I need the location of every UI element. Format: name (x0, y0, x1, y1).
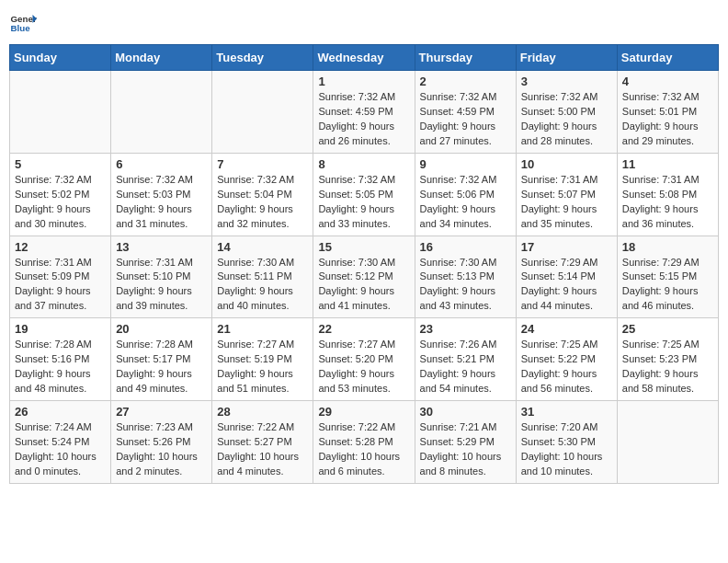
day-number: 15 (318, 240, 409, 254)
calendar-cell: 16Sunrise: 7:30 AM Sunset: 5:13 PM Dayli… (415, 236, 516, 318)
calendar-body: 1Sunrise: 7:32 AM Sunset: 4:59 PM Daylig… (10, 71, 719, 484)
day-info: Sunrise: 7:31 AM Sunset: 5:10 PM Dayligh… (116, 256, 207, 315)
weekday-header-row: SundayMondayTuesdayWednesdayThursdayFrid… (10, 45, 719, 71)
calendar-cell (111, 71, 212, 154)
day-number: 29 (318, 405, 409, 419)
weekday-header-thursday: Thursday (415, 45, 516, 71)
logo: General Blue (9, 9, 37, 37)
day-info: Sunrise: 7:27 AM Sunset: 5:19 PM Dayligh… (217, 338, 308, 396)
day-info: Sunrise: 7:32 AM Sunset: 5:04 PM Dayligh… (217, 173, 308, 232)
day-number: 25 (622, 322, 713, 336)
day-number: 8 (318, 157, 409, 171)
calendar-cell: 15Sunrise: 7:30 AM Sunset: 5:12 PM Dayli… (313, 236, 415, 318)
day-number: 3 (521, 75, 612, 88)
day-info: Sunrise: 7:32 AM Sunset: 4:59 PM Dayligh… (318, 90, 409, 149)
calendar-cell: 18Sunrise: 7:29 AM Sunset: 5:15 PM Dayli… (617, 236, 718, 318)
day-number: 6 (116, 157, 207, 171)
day-info: Sunrise: 7:28 AM Sunset: 5:17 PM Dayligh… (116, 338, 207, 396)
day-info: Sunrise: 7:32 AM Sunset: 5:05 PM Dayligh… (318, 173, 409, 232)
day-info: Sunrise: 7:31 AM Sunset: 5:09 PM Dayligh… (15, 256, 106, 315)
day-info: Sunrise: 7:25 AM Sunset: 5:23 PM Dayligh… (622, 338, 713, 396)
day-info: Sunrise: 7:31 AM Sunset: 5:07 PM Dayligh… (521, 173, 612, 232)
day-info: Sunrise: 7:20 AM Sunset: 5:30 PM Dayligh… (521, 420, 612, 479)
day-info: Sunrise: 7:30 AM Sunset: 5:11 PM Dayligh… (217, 256, 308, 315)
day-number: 12 (15, 240, 106, 254)
calendar-cell: 4Sunrise: 7:32 AM Sunset: 5:01 PM Daylig… (617, 71, 718, 154)
day-number: 16 (420, 240, 511, 254)
calendar-cell: 12Sunrise: 7:31 AM Sunset: 5:09 PM Dayli… (10, 236, 111, 318)
weekday-header-wednesday: Wednesday (313, 45, 415, 71)
day-info: Sunrise: 7:29 AM Sunset: 5:14 PM Dayligh… (521, 256, 612, 315)
calendar-cell: 6Sunrise: 7:32 AM Sunset: 5:03 PM Daylig… (111, 153, 212, 236)
day-number: 5 (15, 157, 106, 171)
day-number: 10 (521, 157, 612, 171)
calendar-week-1: 1Sunrise: 7:32 AM Sunset: 4:59 PM Daylig… (10, 71, 719, 154)
day-info: Sunrise: 7:31 AM Sunset: 5:08 PM Dayligh… (622, 173, 713, 232)
calendar-cell (212, 71, 313, 154)
day-info: Sunrise: 7:30 AM Sunset: 5:12 PM Dayligh… (318, 256, 409, 315)
day-number: 2 (420, 75, 511, 88)
day-number: 1 (318, 75, 409, 88)
day-info: Sunrise: 7:32 AM Sunset: 5:01 PM Dayligh… (622, 90, 713, 149)
calendar-cell: 23Sunrise: 7:26 AM Sunset: 5:21 PM Dayli… (415, 318, 516, 401)
weekday-header-monday: Monday (111, 45, 212, 71)
day-number: 26 (15, 405, 106, 419)
day-info: Sunrise: 7:25 AM Sunset: 5:22 PM Dayligh… (521, 338, 612, 396)
calendar-cell: 1Sunrise: 7:32 AM Sunset: 4:59 PM Daylig… (313, 71, 415, 154)
calendar-cell: 28Sunrise: 7:22 AM Sunset: 5:27 PM Dayli… (212, 401, 313, 484)
calendar-cell: 14Sunrise: 7:30 AM Sunset: 5:11 PM Dayli… (212, 236, 313, 318)
day-number: 22 (318, 322, 409, 336)
day-number: 9 (420, 157, 511, 171)
day-info: Sunrise: 7:22 AM Sunset: 5:28 PM Dayligh… (318, 420, 409, 479)
calendar-cell: 25Sunrise: 7:25 AM Sunset: 5:23 PM Dayli… (617, 318, 718, 401)
calendar-cell: 26Sunrise: 7:24 AM Sunset: 5:24 PM Dayli… (10, 401, 111, 484)
day-info: Sunrise: 7:29 AM Sunset: 5:15 PM Dayligh… (622, 256, 713, 315)
calendar-week-2: 5Sunrise: 7:32 AM Sunset: 5:02 PM Daylig… (10, 153, 719, 236)
day-info: Sunrise: 7:28 AM Sunset: 5:16 PM Dayligh… (15, 338, 106, 396)
day-number: 4 (622, 75, 713, 88)
day-number: 24 (521, 322, 612, 336)
day-info: Sunrise: 7:32 AM Sunset: 5:06 PM Dayligh… (420, 173, 511, 232)
day-info: Sunrise: 7:32 AM Sunset: 5:00 PM Dayligh… (521, 90, 612, 149)
svg-text:Blue: Blue (11, 23, 31, 33)
day-number: 13 (116, 240, 207, 254)
day-info: Sunrise: 7:26 AM Sunset: 5:21 PM Dayligh… (420, 338, 511, 396)
page-header: General Blue (9, 9, 719, 37)
day-number: 20 (116, 322, 207, 336)
day-number: 19 (15, 322, 106, 336)
calendar-cell: 2Sunrise: 7:32 AM Sunset: 4:59 PM Daylig… (415, 71, 516, 154)
weekday-header-sunday: Sunday (10, 45, 111, 71)
calendar-week-4: 19Sunrise: 7:28 AM Sunset: 5:16 PM Dayli… (10, 318, 719, 401)
day-info: Sunrise: 7:22 AM Sunset: 5:27 PM Dayligh… (217, 420, 308, 479)
calendar-cell: 10Sunrise: 7:31 AM Sunset: 5:07 PM Dayli… (516, 153, 617, 236)
calendar-cell: 24Sunrise: 7:25 AM Sunset: 5:22 PM Dayli… (516, 318, 617, 401)
calendar-table: SundayMondayTuesdayWednesdayThursdayFrid… (9, 44, 719, 484)
day-number: 30 (420, 405, 511, 419)
day-info: Sunrise: 7:32 AM Sunset: 5:03 PM Dayligh… (116, 173, 207, 232)
calendar-cell: 31Sunrise: 7:20 AM Sunset: 5:30 PM Dayli… (516, 401, 617, 484)
day-number: 18 (622, 240, 713, 254)
calendar-cell: 8Sunrise: 7:32 AM Sunset: 5:05 PM Daylig… (313, 153, 415, 236)
calendar-cell: 3Sunrise: 7:32 AM Sunset: 5:00 PM Daylig… (516, 71, 617, 154)
calendar-cell: 29Sunrise: 7:22 AM Sunset: 5:28 PM Dayli… (313, 401, 415, 484)
calendar-cell: 9Sunrise: 7:32 AM Sunset: 5:06 PM Daylig… (415, 153, 516, 236)
calendar-cell: 13Sunrise: 7:31 AM Sunset: 5:10 PM Dayli… (111, 236, 212, 318)
day-number: 17 (521, 240, 612, 254)
calendar-cell: 17Sunrise: 7:29 AM Sunset: 5:14 PM Dayli… (516, 236, 617, 318)
calendar-cell: 22Sunrise: 7:27 AM Sunset: 5:20 PM Dayli… (313, 318, 415, 401)
day-number: 23 (420, 322, 511, 336)
calendar-cell: 30Sunrise: 7:21 AM Sunset: 5:29 PM Dayli… (415, 401, 516, 484)
day-info: Sunrise: 7:30 AM Sunset: 5:13 PM Dayligh… (420, 256, 511, 315)
calendar-week-5: 26Sunrise: 7:24 AM Sunset: 5:24 PM Dayli… (10, 401, 719, 484)
calendar-cell (617, 401, 718, 484)
day-number: 21 (217, 322, 308, 336)
calendar-cell: 27Sunrise: 7:23 AM Sunset: 5:26 PM Dayli… (111, 401, 212, 484)
day-info: Sunrise: 7:21 AM Sunset: 5:29 PM Dayligh… (420, 420, 511, 479)
calendar-cell: 21Sunrise: 7:27 AM Sunset: 5:19 PM Dayli… (212, 318, 313, 401)
day-info: Sunrise: 7:23 AM Sunset: 5:26 PM Dayligh… (116, 420, 207, 479)
calendar-cell: 5Sunrise: 7:32 AM Sunset: 5:02 PM Daylig… (10, 153, 111, 236)
logo-icon: General Blue (9, 9, 37, 37)
day-number: 7 (217, 157, 308, 171)
calendar-cell: 7Sunrise: 7:32 AM Sunset: 5:04 PM Daylig… (212, 153, 313, 236)
day-number: 11 (622, 157, 713, 171)
